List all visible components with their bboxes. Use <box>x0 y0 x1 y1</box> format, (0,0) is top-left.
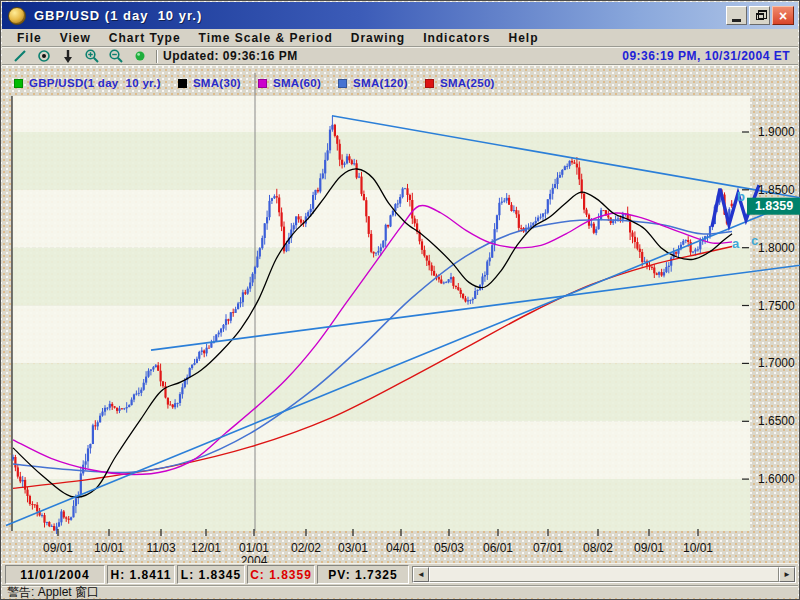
svg-text:1.6500: 1.6500 <box>758 414 795 428</box>
status-close: C: 1.8359 <box>247 565 315 584</box>
legend-item-sma250: SMA(250) <box>425 77 495 89</box>
svg-text:04/01: 04/01 <box>386 541 416 555</box>
clock-timestamp: 09:36:19 PM, 10/31/2004 ET <box>622 49 792 63</box>
toolbar: Updated: 09:36:16 PM 09:36:19 PM, 10/31/… <box>2 48 798 65</box>
menu-item-indicators[interactable]: Indicators <box>414 30 499 46</box>
menubar: File View Chart Type Time Scale & Period… <box>2 29 798 47</box>
horizontal-scrollbar[interactable]: ◄ ► <box>412 566 796 583</box>
scroll-left-button[interactable]: ◄ <box>413 567 429 582</box>
crosshair-icon <box>36 48 52 64</box>
close-button[interactable]: × <box>772 6 794 25</box>
svg-text:1.6000: 1.6000 <box>758 472 795 486</box>
status-pivot: PV: 1.7325 <box>317 565 409 584</box>
svg-text:1.8359: 1.8359 <box>755 199 793 213</box>
svg-text:2004: 2004 <box>241 554 268 563</box>
svg-text:03/01: 03/01 <box>338 541 368 555</box>
svg-text:1.8000: 1.8000 <box>758 241 795 255</box>
legend-item-sma120: SMA(120) <box>338 77 408 89</box>
app-window: GBP/USD (1 day 10 yr.) × File View Chart… <box>0 0 800 600</box>
legend-swatch <box>178 79 187 88</box>
maximize-button[interactable] <box>749 6 770 25</box>
app-coin-icon <box>8 7 26 25</box>
legend-item-price: GBP/USD(1 day 10 yr.) <box>14 77 161 89</box>
crosshair-tool-button[interactable] <box>32 48 56 64</box>
legend-label: SMA(60) <box>273 77 321 89</box>
status-high: H: 1.8411 <box>107 565 175 584</box>
updated-timestamp: Updated: 09:36:16 PM <box>163 49 298 63</box>
legend-label: SMA(250) <box>440 77 495 89</box>
trendline-tool-button[interactable] <box>8 48 32 64</box>
legend-label: SMA(120) <box>353 77 408 89</box>
svg-text:a: a <box>732 236 740 251</box>
arrow-down-tool-button[interactable] <box>56 48 80 64</box>
legend-swatch <box>338 79 347 88</box>
menu-item-time-scale-period[interactable]: Time Scale & Period <box>190 30 342 46</box>
zoom-in-button[interactable] <box>80 48 104 64</box>
scroll-right-icon: ► <box>783 570 791 579</box>
close-icon: × <box>779 9 787 23</box>
legend-swatch <box>14 79 23 88</box>
zoom-out-button[interactable] <box>104 48 128 64</box>
svg-text:09/01: 09/01 <box>43 541 73 555</box>
status-low: L: 1.8345 <box>177 565 245 584</box>
legend-swatch <box>425 79 434 88</box>
legend-item-sma60: SMA(60) <box>258 77 321 89</box>
legend-label: GBP/USD(1 day 10 yr.) <box>29 77 161 89</box>
svg-text:1.7000: 1.7000 <box>758 356 795 370</box>
zoom-in-icon <box>84 48 100 64</box>
svg-text:01/01: 01/01 <box>239 541 269 555</box>
scroll-right-button[interactable]: ► <box>779 567 795 582</box>
svg-text:12/01: 12/01 <box>191 541 221 555</box>
svg-text:b: b <box>737 189 745 204</box>
zoom-out-icon <box>108 48 124 64</box>
svg-text:09/01: 09/01 <box>634 541 664 555</box>
svg-text:11/03: 11/03 <box>146 541 175 555</box>
svg-text:06/01: 06/01 <box>483 541 513 555</box>
legend-item-sma30: SMA(30) <box>178 77 241 89</box>
svg-text:05/03: 05/03 <box>434 541 464 555</box>
chart-canvas[interactable]: abc1.90001.85001.80001.75001.70001.65001… <box>2 65 800 563</box>
menu-item-file[interactable]: File <box>8 30 51 46</box>
arrow-down-icon <box>60 48 76 64</box>
window-title: GBP/USD (1 day 10 yr.) <box>34 8 202 23</box>
svg-text:1.9000: 1.9000 <box>758 125 795 139</box>
window-titlebar: GBP/USD (1 day 10 yr.) × <box>2 2 798 29</box>
svg-text:07/01: 07/01 <box>533 541 563 555</box>
trendline-icon <box>12 48 28 64</box>
applet-warning-bar: 警告: Applet 窗口 <box>2 585 798 598</box>
toolbar-separator <box>156 50 157 63</box>
connection-status-button[interactable] <box>128 48 152 64</box>
green-ball-icon <box>132 48 148 64</box>
legend-label: SMA(30) <box>193 77 241 89</box>
minimize-icon <box>732 19 741 22</box>
scrollbar-thumb[interactable] <box>429 567 779 582</box>
applet-warning-text: 警告: Applet 窗口 <box>7 584 99 600</box>
restore-icon <box>756 13 764 20</box>
chart-legend: GBP/USD(1 day 10 yr.) SMA(30) SMA(60) SM… <box>14 77 495 89</box>
status-bar: 11/01/2004 H: 1.8411 L: 1.8345 C: 1.8359… <box>2 563 798 585</box>
menu-item-drawing[interactable]: Drawing <box>342 30 414 46</box>
svg-text:1.8500: 1.8500 <box>758 183 795 197</box>
menu-item-view[interactable]: View <box>51 30 100 46</box>
minimize-button[interactable] <box>726 6 747 25</box>
menu-item-help[interactable]: Help <box>499 30 547 46</box>
status-date: 11/01/2004 <box>5 565 105 584</box>
svg-text:02/02: 02/02 <box>291 541 321 555</box>
scroll-left-icon: ◄ <box>417 570 425 579</box>
chart-region: abc1.90001.85001.80001.75001.70001.65001… <box>2 65 800 563</box>
menu-item-chart-type[interactable]: Chart Type <box>100 30 190 46</box>
svg-text:10/01: 10/01 <box>94 541 124 555</box>
svg-text:10/01: 10/01 <box>683 541 713 555</box>
svg-text:1.7500: 1.7500 <box>758 299 795 313</box>
legend-swatch <box>258 79 267 88</box>
svg-text:08/02: 08/02 <box>583 541 613 555</box>
